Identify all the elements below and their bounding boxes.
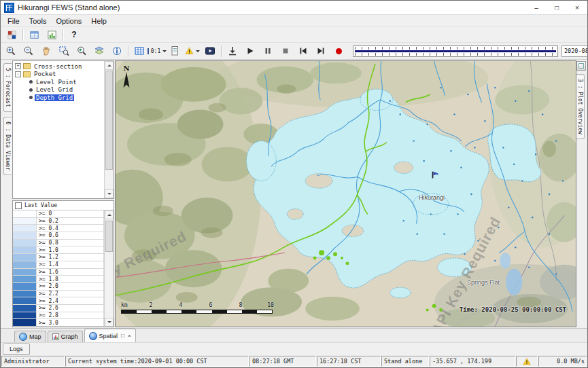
tree-item[interactable]: + Cross-section <box>13 62 104 71</box>
tree-item-selected[interactable]: Depth Grid <box>13 94 104 102</box>
legend-swatch <box>13 283 37 290</box>
menu-options[interactable]: Options <box>51 16 86 26</box>
tree-expander-icon[interactable]: - <box>15 71 21 77</box>
tree-expander-icon[interactable]: + <box>15 63 21 69</box>
export-icon[interactable] <box>224 43 241 58</box>
legend-swatch <box>13 312 37 319</box>
scroll-down-icon[interactable] <box>105 189 114 198</box>
tab-forecast[interactable]: 5 : Forecast <box>3 63 12 112</box>
zoom-extent-icon[interactable] <box>55 43 73 58</box>
scale-swatch-icon <box>148 48 149 54</box>
tree-item[interactable]: Level Point <box>13 78 104 86</box>
step-back-icon[interactable] <box>294 43 312 58</box>
zoom-in-icon[interactable] <box>2 43 20 58</box>
legend-scrollbar[interactable] <box>104 210 114 327</box>
main-area: 5 : Forecast 6 : Data Viewer + Cross-sec… <box>1 60 587 328</box>
maximize-button[interactable]: □ <box>547 1 567 14</box>
spatial-tab-close-icon[interactable]: × <box>128 333 131 339</box>
timeline-slider[interactable] <box>353 45 558 57</box>
step-forward-icon[interactable] <box>312 43 330 58</box>
chart-display-icon[interactable] <box>43 27 60 42</box>
legend-swatch <box>13 210 37 217</box>
menu-help[interactable]: Help <box>86 16 111 26</box>
legend-entry: >= 0.2 <box>13 218 104 225</box>
separator <box>22 29 23 41</box>
scale-dropdown-icon[interactable]: 0:1 <box>148 43 166 58</box>
legend-entry: >= 2.0 <box>13 283 104 291</box>
pan-icon[interactable] <box>37 43 55 58</box>
legend-entry: >= 1.2 <box>13 254 104 261</box>
tab-map[interactable]: Map <box>14 331 46 342</box>
current-datetime: 2020-08-25 00:00:00 CST <box>561 45 588 57</box>
layers-icon[interactable] <box>90 43 108 58</box>
plot-thumbnails-icon[interactable] <box>576 61 586 71</box>
spatial-icon <box>89 332 97 340</box>
minimize-button[interactable]: – <box>526 1 547 14</box>
north-label: N <box>122 65 131 72</box>
tab-spatial-label: Spatial <box>99 333 118 339</box>
info-icon[interactable] <box>108 43 126 58</box>
tree-item-label: Depth Grid <box>35 94 74 101</box>
legend-swatch <box>13 276 37 282</box>
warning-dropdown-icon[interactable] <box>184 43 201 58</box>
legend-entry: >= 1.0 <box>13 246 104 254</box>
stop-icon[interactable] <box>277 43 294 58</box>
play-icon[interactable] <box>241 43 259 58</box>
legend-entry: >= 0.8 <box>13 240 104 247</box>
separator <box>128 45 128 57</box>
legend-swatch <box>13 319 37 326</box>
legend-entry: >= 3.0 <box>13 319 104 327</box>
help-icon[interactable]: ? <box>65 27 83 42</box>
tree-item[interactable]: - Pocket <box>13 71 104 79</box>
close-button[interactable]: × <box>567 1 587 14</box>
last-value-checkbox[interactable] <box>15 202 22 209</box>
scroll-up-icon[interactable] <box>105 61 114 70</box>
grid-display-icon[interactable] <box>25 27 43 42</box>
scroll-up-icon[interactable] <box>105 210 114 219</box>
zoom-previous-icon[interactable] <box>73 43 90 58</box>
menu-file[interactable]: File <box>3 16 24 26</box>
pause-icon[interactable] <box>259 43 277 58</box>
map-viewport[interactable]: N API Key Required API Key Required Hiku… <box>115 60 576 327</box>
grid-icon[interactable] <box>131 43 148 58</box>
tree-item-label: Level Point <box>35 79 78 86</box>
layer-dot-icon <box>29 96 33 99</box>
logs-button[interactable]: Logs <box>3 344 30 355</box>
timeline-bar <box>355 50 556 52</box>
tab-graph[interactable]: Graph <box>48 331 83 342</box>
legend-entry: >= 1.4 <box>13 261 104 269</box>
animation-icon[interactable] <box>201 43 219 58</box>
status-user: Administrator <box>1 356 65 367</box>
tree-scrollbar[interactable] <box>104 61 114 198</box>
scalebar-unit: km <box>121 302 128 308</box>
legend-entry: >= 2.8 <box>13 312 104 320</box>
scroll-down-icon[interactable] <box>105 318 114 327</box>
main-toolbar: ? <box>1 27 587 43</box>
tab-plot-overview[interactable]: 3 : Plot Overview <box>576 74 585 139</box>
timeseries-icon[interactable] <box>166 43 184 58</box>
scalebar-tick: 6 <box>209 302 213 308</box>
dropdown-arrow-icon <box>196 50 200 54</box>
left-panel: + Cross-section - Pocket Level Point <box>12 60 115 328</box>
left-tab-strip: 5 : Forecast 6 : Data Viewer <box>1 60 12 328</box>
fews-explorer-icon[interactable] <box>3 27 20 42</box>
menubar: File Tools Options Help <box>1 15 587 27</box>
window-controls: – □ × <box>526 1 587 14</box>
record-icon[interactable] <box>330 43 347 58</box>
tab-data-viewer[interactable]: 6 : Data Viewer <box>3 117 12 175</box>
menu-tools[interactable]: Tools <box>24 16 52 26</box>
legend-entry: >= 0 <box>13 210 104 218</box>
tree-item[interactable]: Level Grid <box>13 86 104 94</box>
tab-spatial[interactable]: Spatial □ × <box>84 329 136 342</box>
legend-swatch <box>13 305 37 312</box>
status-warning-cell[interactable] <box>516 356 538 367</box>
scroll-thumb[interactable] <box>105 221 113 252</box>
spatial-tab-maximize-icon[interactable]: □ <box>121 333 124 339</box>
app-window: Hikurangi FEWS (Stand alone) – □ × File … <box>0 0 588 368</box>
bottom-tabbar: Map Graph Spatial □ × <box>1 328 587 342</box>
map-canvas <box>116 61 576 327</box>
scroll-thumb[interactable] <box>105 71 113 170</box>
zoom-out-icon[interactable] <box>20 43 37 58</box>
legend-body: >= 0 >= 0.2 >= 0.4 >= 0.6 >= 0.8 >= 1.0 … <box>13 210 114 327</box>
place-label-springs-flat: Springs Flat <box>467 279 500 286</box>
